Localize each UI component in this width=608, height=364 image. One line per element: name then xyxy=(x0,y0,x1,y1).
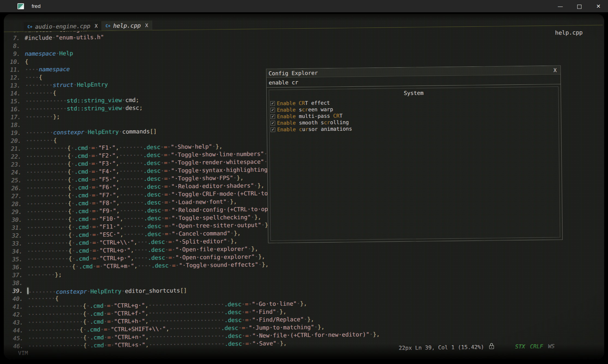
code-token: .cmd xyxy=(74,160,88,167)
code-token: ············ xyxy=(27,232,68,239)
code-token: ············ xyxy=(25,98,67,105)
code-token: · xyxy=(304,316,307,323)
code-token: = xyxy=(168,247,172,253)
tab-help[interactable]: C+ help.cpp X xyxy=(102,20,152,31)
code-token: · xyxy=(95,208,99,214)
checkbox-checked-icon[interactable]: ✓ xyxy=(270,101,275,106)
code-token: { xyxy=(68,208,71,215)
flag-crlf: CRLF xyxy=(530,343,543,350)
code-token: ; xyxy=(136,97,139,103)
code-token: · xyxy=(89,224,92,230)
checkbox-checked-icon[interactable]: ✓ xyxy=(270,108,275,112)
code-token: = xyxy=(245,317,248,323)
line-number: 30. xyxy=(7,216,27,224)
checkbox-checked-icon[interactable]: ✓ xyxy=(270,114,275,119)
code-token: "·Toggle·spellchecking" xyxy=(172,214,251,221)
code-token: ············ xyxy=(26,200,68,207)
line-number: 43. xyxy=(8,319,28,327)
code-token: , xyxy=(116,168,119,175)
code-token: · xyxy=(95,168,99,175)
code-token: .cmd xyxy=(90,302,104,309)
maximize-button[interactable]: □ xyxy=(570,0,589,12)
close-button[interactable]: ✕ xyxy=(589,0,608,12)
code-token: "·Open·tree-sitter·output" xyxy=(172,222,261,229)
code-token: · xyxy=(167,160,171,166)
code-token: · xyxy=(88,192,92,199)
code-token: ············ xyxy=(27,256,68,263)
popup-close-icon[interactable]: X xyxy=(553,67,557,73)
code-token: · xyxy=(227,238,230,244)
line-number: 32. xyxy=(7,232,27,240)
code-token: ······· xyxy=(119,199,144,206)
config-list-panel: System ✓Enable CRT effect✓Enable screen … xyxy=(269,86,560,241)
code-token: , xyxy=(134,263,138,269)
code-token: { xyxy=(68,240,72,246)
line-number: 44. xyxy=(8,327,28,335)
code-token: }; xyxy=(53,113,60,120)
code-token: ···· xyxy=(137,262,151,269)
tab-audio-engine[interactable]: C+ audio-engine.cpp X xyxy=(24,21,102,31)
code-token: "F9·" xyxy=(99,208,116,214)
match-highlight: CR xyxy=(299,100,305,106)
line-number: 8. xyxy=(5,42,25,50)
code-token: · xyxy=(167,168,171,174)
cpp-icon: C+ xyxy=(106,23,110,28)
code-token: = xyxy=(242,324,245,331)
match-highlight: cr xyxy=(324,119,330,125)
tab-close-icon[interactable]: X xyxy=(145,22,148,28)
code-token: ······· xyxy=(119,168,143,175)
code-token: ···· xyxy=(134,247,148,254)
code-token: · xyxy=(161,215,165,222)
code-token: = xyxy=(164,207,168,214)
code-token: · xyxy=(261,222,265,228)
code-token: = xyxy=(91,153,95,159)
tab-close-icon[interactable]: X xyxy=(95,23,98,29)
config-item-label: T xyxy=(339,113,343,119)
code-token: "F4·" xyxy=(98,168,116,175)
match-highlight: Enable xyxy=(277,113,296,119)
code-token: "CTRL+m·" xyxy=(103,263,134,269)
code-token: · xyxy=(86,334,90,341)
code-token: · xyxy=(88,176,92,183)
code-token: · xyxy=(96,255,100,262)
code-token: { xyxy=(83,311,86,317)
code-token: [] xyxy=(150,128,157,135)
code-token: · xyxy=(100,263,103,269)
code-token: · xyxy=(95,200,99,207)
code-token: .cmd xyxy=(79,263,93,270)
match-highlight: cr xyxy=(302,107,308,113)
code-token: · xyxy=(93,263,96,270)
code-token: · xyxy=(161,191,164,198)
line-number: 16. xyxy=(6,105,25,114)
code-token: · xyxy=(96,239,100,246)
code-token: "ESC·" xyxy=(99,231,120,238)
code-token: ········ xyxy=(27,271,55,278)
code-token: · xyxy=(103,302,107,309)
line-number: 12. xyxy=(6,74,25,82)
code-token: "·Load·new·font" xyxy=(171,198,227,205)
code-token: · xyxy=(121,288,125,294)
code-token: · xyxy=(52,34,56,41)
code-token: namespace xyxy=(39,66,70,73)
code-token: , xyxy=(116,160,119,167)
line-number: 27. xyxy=(7,192,26,201)
code-token: · xyxy=(165,247,169,253)
code-token: , xyxy=(145,334,149,340)
code-token: ········ xyxy=(28,295,55,302)
code-token: ········ xyxy=(25,82,53,89)
code-token: "·Open·config·explorer" xyxy=(175,253,255,261)
code-token: = xyxy=(165,223,168,229)
minimize-button[interactable]: — xyxy=(551,0,570,12)
code-token: "F8·" xyxy=(99,200,116,207)
code-token: "·Toggle·show·line·numbers" xyxy=(171,151,264,158)
checkbox-checked-icon[interactable]: ✓ xyxy=(271,127,275,132)
code-token: { xyxy=(68,232,72,238)
code-token: }, xyxy=(234,230,241,236)
code-token: · xyxy=(71,216,75,223)
checkbox-checked-icon[interactable]: ✓ xyxy=(271,121,275,125)
code-token: constexpr xyxy=(56,288,87,295)
code-token: ········ xyxy=(26,129,53,136)
code-token: }, xyxy=(300,300,307,307)
config-explorer-popup: Config Explorer X enable cr System ✓Enab… xyxy=(266,65,563,243)
match-highlight: Enable xyxy=(277,107,296,113)
